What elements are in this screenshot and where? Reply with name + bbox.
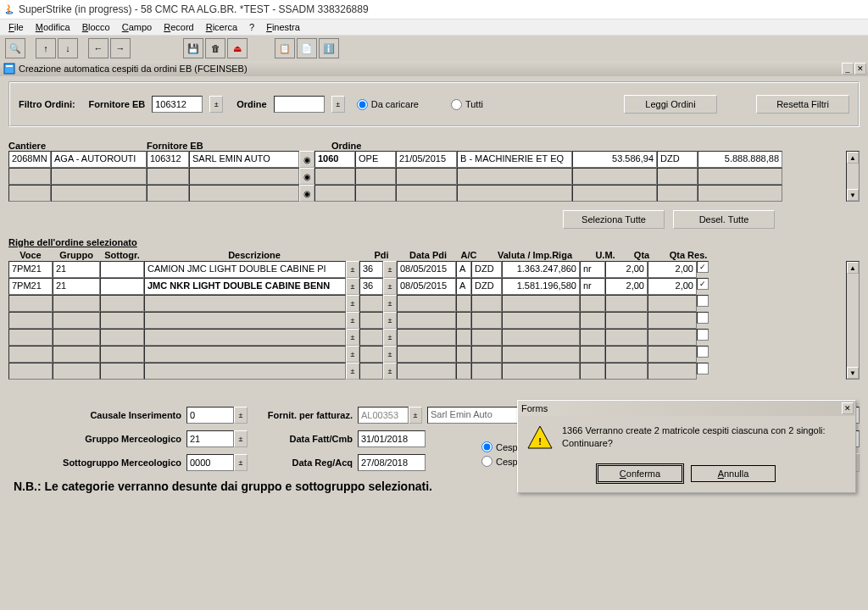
gruppo-merc-lookup-icon[interactable]: ± bbox=[234, 430, 248, 447]
down-icon[interactable]: ↓ bbox=[58, 38, 78, 58]
riga-checkbox[interactable] bbox=[697, 295, 709, 307]
detail-icon[interactable]: ◉ bbox=[299, 185, 314, 202]
pdi-lookup-icon[interactable]: ± bbox=[383, 346, 397, 363]
riga-row[interactable]: ±± bbox=[8, 312, 846, 329]
menu-modifica[interactable]: Modifica bbox=[31, 20, 75, 34]
pdi-lookup-icon[interactable]: ± bbox=[383, 278, 397, 295]
menu-record[interactable]: Record bbox=[159, 20, 198, 34]
fornitore-input[interactable] bbox=[152, 96, 203, 113]
riga-row[interactable]: 7PM2121CAMION JMC LIGHT DOUBLE CABINE PI… bbox=[8, 261, 846, 278]
riga-row[interactable]: 7PM2121JMC NKR LIGHT DOUBLE CABINE BENN±… bbox=[8, 278, 846, 295]
dialog-conferma-button[interactable]: Conferma bbox=[598, 465, 682, 482]
sottogruppo-lookup-icon[interactable]: ± bbox=[234, 454, 248, 471]
radio-cespite-predef[interactable] bbox=[481, 441, 492, 452]
minimize-icon[interactable]: _ bbox=[842, 63, 854, 75]
h-um: U.M. bbox=[590, 249, 620, 261]
descr-lookup-icon[interactable]: ± bbox=[346, 295, 359, 312]
menu-help[interactable]: ? bbox=[244, 20, 259, 34]
detail-icon[interactable]: ◉ bbox=[299, 151, 314, 168]
svg-rect-2 bbox=[6, 65, 13, 67]
dialog-titlebar[interactable]: Forms ✕ bbox=[518, 401, 855, 416]
fornit-fatt-input[interactable] bbox=[358, 407, 409, 424]
riga-checkbox[interactable]: ✓ bbox=[697, 261, 709, 273]
ordine-label: Ordine bbox=[236, 99, 266, 109]
data-fatt-input[interactable] bbox=[358, 430, 426, 447]
inspect-icon[interactable]: 🔍 bbox=[5, 38, 25, 58]
descr-lookup-icon[interactable]: ± bbox=[346, 278, 359, 295]
gruppo-merc-input[interactable] bbox=[186, 430, 234, 447]
pdi-lookup-icon[interactable]: ± bbox=[383, 295, 397, 312]
forms-dialog: Forms ✕ ! 1366 Verranno create 2 matrico… bbox=[517, 400, 856, 493]
detail-icon[interactable]: ◉ bbox=[299, 168, 314, 185]
riga-checkbox[interactable] bbox=[697, 329, 709, 341]
scroll-down-icon[interactable]: ▼ bbox=[847, 367, 859, 379]
right-icon[interactable]: → bbox=[110, 38, 131, 58]
ordine-input[interactable] bbox=[274, 96, 325, 113]
dialog-annulla-button[interactable]: Annulla bbox=[691, 465, 776, 482]
orders-scrollbar[interactable]: ▲ ▼ bbox=[846, 151, 860, 202]
menu-file[interactable]: File bbox=[3, 20, 29, 34]
descr-lookup-icon[interactable]: ± bbox=[346, 329, 359, 346]
causale-input[interactable] bbox=[186, 407, 234, 424]
riga-row[interactable]: ±± bbox=[8, 363, 846, 380]
ordine-lookup-icon[interactable]: ± bbox=[331, 96, 345, 113]
save-icon[interactable]: 💾 bbox=[183, 38, 203, 58]
menu-blocco[interactable]: Blocco bbox=[77, 20, 115, 34]
riga-checkbox[interactable]: ✓ bbox=[697, 278, 709, 290]
exit-icon[interactable]: ⏏ bbox=[227, 38, 248, 58]
radio-dacaricare[interactable] bbox=[357, 99, 368, 110]
riga-row[interactable]: ±± bbox=[8, 295, 846, 312]
h-ac: A/C bbox=[458, 249, 480, 261]
fornitore-lookup-icon[interactable]: ± bbox=[209, 96, 223, 113]
righe-scrollbar[interactable]: ▲ ▼ bbox=[846, 261, 860, 380]
fornit-fatt-lookup-icon[interactable]: ± bbox=[409, 407, 422, 424]
menu-finestra[interactable]: Finestra bbox=[261, 20, 305, 34]
radio-tutti[interactable] bbox=[451, 99, 462, 110]
descr-lookup-icon[interactable]: ± bbox=[346, 312, 359, 329]
leggi-ordini-button[interactable]: Leggi Ordini bbox=[624, 95, 717, 114]
menu-ricerca[interactable]: Ricerca bbox=[201, 20, 242, 34]
scroll-down-icon[interactable]: ▼ bbox=[847, 189, 859, 201]
pdi-lookup-icon[interactable]: ± bbox=[383, 363, 397, 380]
riga-checkbox[interactable] bbox=[697, 346, 709, 358]
h-qtares: Qta Res. bbox=[663, 249, 714, 261]
h-sottogr: Sottogr. bbox=[100, 249, 144, 261]
fornitore-code-cell: 106312 bbox=[147, 151, 189, 168]
copy-icon[interactable]: 📋 bbox=[275, 38, 295, 58]
pdi-lookup-icon[interactable]: ± bbox=[383, 261, 397, 278]
menu-campo[interactable]: Campo bbox=[117, 20, 157, 34]
radio-cespite-quant[interactable] bbox=[481, 456, 492, 467]
riga-row[interactable]: ±± bbox=[8, 346, 846, 363]
close-icon[interactable]: ✕ bbox=[854, 63, 866, 75]
window-title: SuperStrike (in progress) - 58 CMC RA AL… bbox=[19, 3, 369, 15]
paste-icon[interactable]: 📄 bbox=[297, 38, 317, 58]
sottogruppo-input[interactable] bbox=[186, 454, 234, 471]
data-reg-input[interactable] bbox=[358, 454, 426, 471]
causale-lookup-icon[interactable]: ± bbox=[234, 407, 248, 424]
cantiere-desc-cell: AGA - AUTOROUTI bbox=[51, 151, 147, 168]
fornit-fatt-label: Fornit. per fatturaz. bbox=[248, 410, 358, 420]
desel-tutte-button[interactable]: Desel. Tutte bbox=[673, 210, 775, 229]
fornitore-label: Fornitore EB bbox=[89, 99, 146, 109]
pdi-lookup-icon[interactable]: ± bbox=[383, 312, 397, 329]
data-fatt-label: Data Fatt/Cmb bbox=[248, 434, 358, 444]
left-icon[interactable]: ← bbox=[88, 38, 108, 58]
seleziona-tutte-button[interactable]: Seleziona Tutte bbox=[563, 210, 665, 229]
descr-lookup-icon[interactable]: ± bbox=[346, 346, 359, 363]
scroll-up-icon[interactable]: ▲ bbox=[847, 262, 859, 274]
resetta-filtri-button[interactable]: Resetta Filtri bbox=[756, 95, 849, 114]
riga-checkbox[interactable] bbox=[697, 363, 709, 374]
descr-lookup-icon[interactable]: ± bbox=[346, 363, 359, 380]
delete-icon[interactable]: 🗑 bbox=[205, 38, 225, 58]
descr-lookup-icon[interactable]: ± bbox=[346, 261, 359, 278]
h-voce: Voce bbox=[8, 249, 53, 261]
up-icon[interactable]: ↑ bbox=[36, 38, 56, 58]
help-icon[interactable]: ℹ️ bbox=[319, 38, 339, 58]
riga-checkbox[interactable] bbox=[697, 312, 709, 324]
riga-row[interactable]: ±± bbox=[8, 329, 846, 346]
order-row[interactable]: 2068MN AGA - AUTOROUTI 106312 SARL EMIN … bbox=[8, 151, 846, 168]
pdi-lookup-icon[interactable]: ± bbox=[383, 329, 397, 346]
dialog-close-icon[interactable]: ✕ bbox=[842, 402, 854, 414]
sottogruppo-label: Sottogruppo Merceologico bbox=[8, 458, 186, 468]
scroll-up-icon[interactable]: ▲ bbox=[847, 152, 859, 164]
